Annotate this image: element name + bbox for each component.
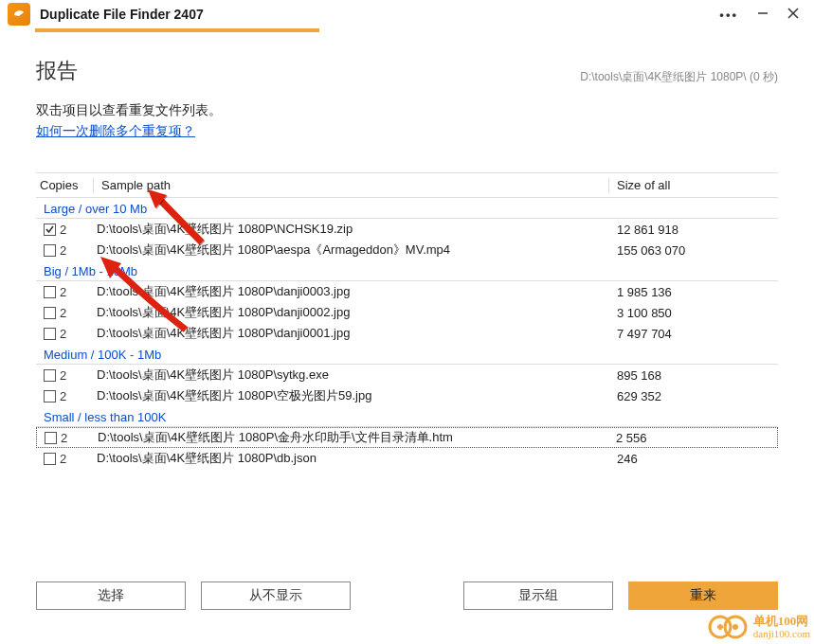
row-checkbox[interactable]	[45, 432, 57, 444]
col-header-size[interactable]: Size of all	[617, 178, 778, 192]
row-path: D:\tools\桌面\4K壁纸图片 1080P\db.json	[97, 450, 617, 467]
instruction-text: 双击项目以查看重复文件列表。	[36, 102, 778, 119]
row-size: 895 168	[617, 368, 778, 383]
minimize-icon[interactable]	[757, 8, 769, 22]
row-copies: 2	[60, 327, 66, 341]
watermark-icon	[708, 614, 750, 640]
row-path: D:\tools\桌面\4K壁纸图片 1080P\sytkg.exe	[97, 367, 617, 384]
group-header[interactable]: Large / over 10 Mb	[36, 198, 778, 219]
row-copies: 2	[60, 243, 66, 258]
row-copies: 2	[60, 223, 66, 237]
group-header[interactable]: Small / less than 100K	[36, 406, 778, 427]
never-show-button[interactable]: 从不显示	[201, 581, 351, 610]
row-size: 246	[617, 452, 778, 466]
row-checkbox[interactable]	[44, 244, 56, 257]
table-row[interactable]: 2D:\tools\桌面\4K壁纸图片 1080P\danji0001.jpg7…	[36, 323, 778, 344]
page-title: 报告	[36, 57, 78, 85]
footer-buttons: 选择 从不显示 显示组 重来	[36, 581, 778, 610]
table-row[interactable]: 2D:\tools\桌面\4K壁纸图片 1080P\danji0002.jpg3…	[36, 302, 778, 323]
watermark: 单机100网 danji100.com	[708, 614, 810, 640]
app-title: Duplicate File Finder 2407	[40, 7, 719, 22]
table-row[interactable]: 2D:\tools\桌面\4K壁纸图片 1080P\空极光图片59.jpg629…	[36, 385, 778, 406]
row-size: 7 497 704	[617, 327, 778, 341]
row-copies: 2	[61, 431, 67, 445]
row-checkbox[interactable]	[44, 453, 56, 465]
table-row[interactable]: 2D:\tools\桌面\4K壁纸图片 1080P\金舟水印助手\文件目录清单.…	[36, 427, 778, 448]
watermark-name: 单机100网	[753, 615, 810, 628]
row-copies: 2	[60, 389, 66, 403]
row-checkbox[interactable]	[44, 307, 56, 319]
table-row[interactable]: 2D:\tools\桌面\4K壁纸图片 1080P\sytkg.exe895 1…	[36, 365, 778, 385]
row-size: 1 985 136	[617, 285, 778, 299]
row-path: D:\tools\桌面\4K壁纸图片 1080P\空极光图片59.jpg	[97, 387, 617, 404]
col-header-copies[interactable]: Copies	[36, 178, 93, 192]
retry-button[interactable]: 重来	[628, 581, 778, 610]
row-size: 629 352	[617, 389, 778, 403]
row-size: 12 861 918	[617, 223, 778, 237]
row-copies: 2	[60, 452, 66, 466]
select-button[interactable]: 选择	[36, 581, 186, 610]
row-copies: 2	[60, 306, 66, 320]
col-header-path[interactable]: Sample path	[101, 178, 608, 192]
row-checkbox[interactable]	[44, 328, 56, 340]
group-header[interactable]: Big / 1Mb - 10Mb	[36, 260, 778, 281]
row-checkbox[interactable]	[44, 369, 56, 382]
row-size: 2 556	[616, 431, 777, 445]
close-icon[interactable]	[787, 8, 799, 22]
row-copies: 2	[60, 368, 66, 383]
row-size: 155 063 070	[617, 243, 778, 258]
results-table: Copies Sample path Size of all Large / o…	[36, 172, 778, 469]
table-row[interactable]: 2D:\tools\桌面\4K壁纸图片 1080P\aespa《Armagedd…	[36, 240, 778, 260]
help-link[interactable]: 如何一次删除多个重复项？	[36, 123, 195, 140]
row-path: D:\tools\桌面\4K壁纸图片 1080P\aespa《Armageddo…	[97, 242, 617, 259]
row-path: D:\tools\桌面\4K壁纸图片 1080P\danji0003.jpg	[97, 283, 617, 300]
show-group-button[interactable]: 显示组	[463, 581, 613, 610]
group-header[interactable]: Medium / 100K - 1Mb	[36, 344, 778, 365]
svg-point-7	[733, 624, 738, 630]
watermark-url: danji100.com	[753, 628, 810, 639]
more-icon[interactable]: •••	[719, 8, 738, 22]
table-row[interactable]: 2D:\tools\桌面\4K壁纸图片 1080P\db.json246	[36, 448, 778, 469]
row-copies: 2	[60, 285, 66, 299]
scan-path-info: D:\tools\桌面\4K壁纸图片 1080P\ (0 秒)	[580, 69, 778, 85]
row-size: 3 100 850	[617, 306, 778, 320]
row-checkbox[interactable]	[44, 390, 56, 402]
titlebar: Duplicate File Finder 2407 •••	[0, 0, 814, 28]
table-row[interactable]: 2D:\tools\桌面\4K壁纸图片 1080P\NCHSK19.zip12 …	[36, 219, 778, 240]
row-checkbox[interactable]	[44, 224, 56, 236]
row-path: D:\tools\桌面\4K壁纸图片 1080P\金舟水印助手\文件目录清单.h…	[98, 429, 616, 446]
row-path: D:\tools\桌面\4K壁纸图片 1080P\danji0001.jpg	[97, 325, 617, 342]
table-header: Copies Sample path Size of all	[36, 173, 778, 198]
row-checkbox[interactable]	[44, 286, 56, 298]
app-icon	[8, 3, 30, 26]
row-path: D:\tools\桌面\4K壁纸图片 1080P\danji0002.jpg	[97, 304, 617, 321]
table-row[interactable]: 2D:\tools\桌面\4K壁纸图片 1080P\danji0003.jpg1…	[36, 281, 778, 302]
row-path: D:\tools\桌面\4K壁纸图片 1080P\NCHSK19.zip	[97, 221, 617, 238]
